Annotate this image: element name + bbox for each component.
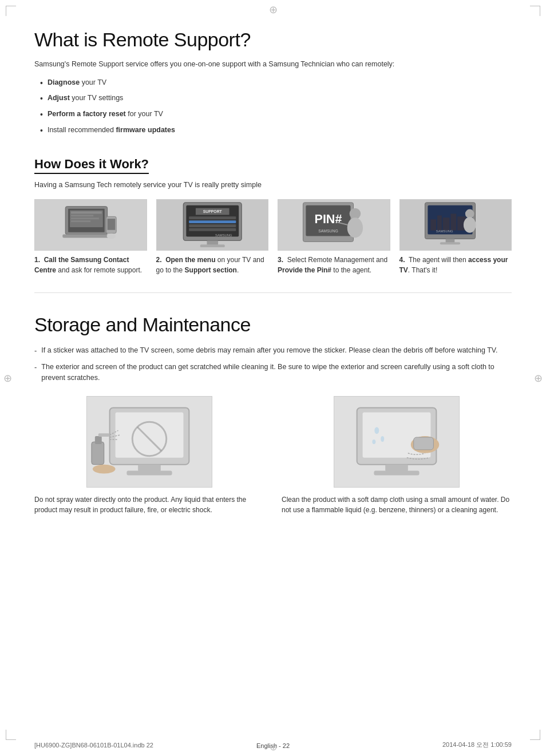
maintenance-item-1: Do not spray water directly onto the pro… bbox=[34, 396, 264, 515]
svg-rect-31 bbox=[430, 219, 436, 231]
left-crosshair-icon: ⊕ bbox=[3, 372, 12, 385]
bullet-diagnose: Diagnose your TV bbox=[40, 78, 512, 89]
svg-rect-19 bbox=[207, 241, 218, 246]
step-2-image: SUPPORT SAMSUNG bbox=[156, 199, 269, 251]
svg-rect-40 bbox=[440, 242, 460, 244]
maintenance-desc-2: Clean the product with a soft damp cloth… bbox=[282, 494, 512, 515]
step-2-number: 2. bbox=[156, 256, 162, 264]
remote-support-title: What is Remote Support? bbox=[34, 29, 512, 51]
svg-rect-46 bbox=[95, 436, 102, 444]
step-2-illustration: SUPPORT SAMSUNG bbox=[157, 200, 268, 250]
step-4-illustration: SAMSUNG bbox=[400, 200, 512, 250]
svg-text:SUPPORT: SUPPORT bbox=[203, 210, 222, 214]
step-4: SAMSUNG 4. The agent will then access yo… bbox=[399, 199, 512, 275]
svg-point-27 bbox=[347, 217, 363, 238]
corner-mark-tr bbox=[530, 6, 540, 16]
bullet-factory-reset: Perform a factory reset for your TV bbox=[40, 109, 512, 121]
svg-point-36 bbox=[465, 209, 474, 219]
step-4-desc: 4. The agent will then access your TV. T… bbox=[399, 255, 512, 275]
step-3-number: 3. bbox=[278, 256, 283, 264]
corner-mark-tl bbox=[6, 6, 16, 16]
remote-support-bullets: Diagnose your TV Adjust your TV settings… bbox=[40, 78, 512, 136]
svg-point-51 bbox=[93, 465, 116, 474]
svg-rect-39 bbox=[445, 239, 454, 243]
maintenance-image-2 bbox=[334, 396, 460, 488]
step-1: 1. Call the Samsung Contact Centre and a… bbox=[34, 199, 147, 275]
svg-rect-57 bbox=[374, 470, 419, 475]
top-crosshair-icon: ⊕ bbox=[269, 3, 278, 16]
svg-rect-15 bbox=[189, 216, 236, 219]
step-1-number: 1. bbox=[34, 256, 40, 264]
svg-rect-4 bbox=[71, 215, 93, 217]
bullet-adjust: Adjust your TV settings bbox=[40, 93, 512, 105]
remote-support-intro: Samsung's Remote Support service offers … bbox=[34, 59, 512, 70]
step-3-illustration: PIN# SAMSUNG bbox=[278, 200, 390, 250]
step-4-image: SAMSUNG bbox=[399, 199, 512, 251]
svg-rect-18 bbox=[189, 228, 236, 231]
svg-rect-20 bbox=[200, 244, 224, 247]
svg-text:SAMSUNG: SAMSUNG bbox=[215, 233, 232, 237]
step-3-image: PIN# SAMSUNG bbox=[278, 199, 390, 251]
bottom-crosshair-icon: ⊕ bbox=[270, 742, 277, 753]
how-it-works-title: How Does it Work? bbox=[34, 157, 149, 174]
step-1-desc: 1. Call the Samsung Contact Centre and a… bbox=[34, 255, 147, 275]
svg-rect-45 bbox=[92, 442, 104, 465]
maintenance-desc-1: Do not spray water directly onto the pro… bbox=[34, 494, 264, 515]
step-3-desc: 3. Select Remote Management and Provide … bbox=[278, 255, 390, 275]
bullet-firmware: Install recommended firmware updates bbox=[40, 125, 512, 137]
svg-rect-47 bbox=[98, 433, 110, 437]
svg-rect-5 bbox=[71, 217, 99, 219]
svg-rect-7 bbox=[62, 235, 110, 238]
corner-mark-br bbox=[530, 730, 540, 740]
footer-date-info: 2014-04-18 오전 1:00:59 bbox=[442, 741, 512, 749]
svg-rect-16 bbox=[189, 220, 236, 223]
step-4-number: 4. bbox=[399, 256, 405, 264]
step-2: SUPPORT SAMSUNG 2. Open the menu on your… bbox=[156, 199, 269, 275]
footer-file-info: [HU6900-ZG]BN68-06101B-01L04.indb 22 bbox=[34, 742, 153, 749]
cloth-cleaning-illustration bbox=[334, 396, 459, 488]
svg-rect-17 bbox=[189, 224, 236, 227]
svg-rect-3 bbox=[71, 212, 102, 214]
storage-bullet-1: If a sticker was attached to the TV scre… bbox=[34, 345, 512, 357]
svg-point-37 bbox=[463, 217, 476, 232]
maintenance-row: Do not spray water directly onto the pro… bbox=[34, 396, 512, 515]
svg-rect-42 bbox=[116, 412, 184, 457]
right-crosshair-icon: ⊕ bbox=[534, 372, 543, 385]
svg-point-10 bbox=[107, 233, 116, 239]
svg-point-26 bbox=[350, 208, 361, 220]
steps-row: 1. Call the Samsung Contact Centre and a… bbox=[34, 199, 512, 275]
how-it-works-subtitle: Having a Samsung Tech remotely service y… bbox=[34, 181, 512, 189]
svg-rect-43 bbox=[138, 465, 161, 472]
corner-mark-bl bbox=[6, 730, 16, 740]
storage-bullets: If a sticker was attached to the TV scre… bbox=[34, 345, 512, 383]
maintenance-image-1 bbox=[86, 396, 212, 488]
svg-rect-56 bbox=[385, 465, 408, 472]
svg-rect-34 bbox=[450, 214, 456, 231]
svg-rect-6 bbox=[71, 220, 90, 222]
section-divider bbox=[34, 292, 512, 293]
svg-rect-44 bbox=[126, 470, 172, 475]
svg-text:PIN#: PIN# bbox=[315, 212, 342, 226]
svg-point-60 bbox=[374, 427, 379, 434]
svg-rect-33 bbox=[442, 217, 449, 230]
svg-point-62 bbox=[372, 440, 375, 444]
step-3: PIN# SAMSUNG 3. Select Remote Management… bbox=[278, 199, 390, 275]
step-1-image bbox=[34, 199, 147, 251]
storage-bullet-2: The exterior and screen of the product c… bbox=[34, 362, 512, 383]
svg-text:SAMSUNG: SAMSUNG bbox=[436, 229, 453, 233]
svg-rect-32 bbox=[437, 216, 441, 231]
no-spray-illustration bbox=[87, 396, 212, 488]
svg-point-61 bbox=[381, 436, 384, 442]
step-2-desc: 2. Open the menu on your TV and go to th… bbox=[156, 255, 269, 275]
storage-title: Storage and Maintenance bbox=[34, 314, 512, 336]
svg-rect-9 bbox=[108, 219, 116, 230]
maintenance-item-2: Clean the product with a soft damp cloth… bbox=[282, 396, 512, 515]
svg-rect-59 bbox=[414, 437, 434, 450]
step-1-illustration bbox=[35, 200, 147, 250]
svg-text:SAMSUNG: SAMSUNG bbox=[318, 229, 338, 233]
